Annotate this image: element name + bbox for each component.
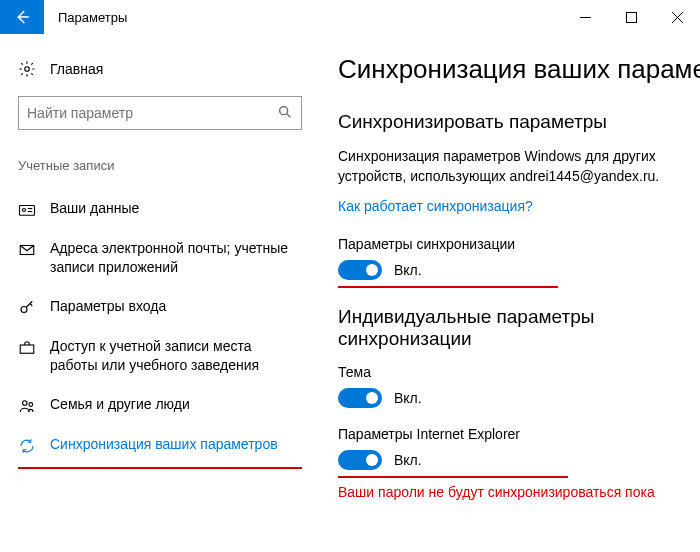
mail-icon <box>18 241 36 259</box>
sidebar-item-sync-settings[interactable]: Синхронизация ваших параметров <box>18 425 302 465</box>
svg-point-15 <box>29 402 33 406</box>
home-nav[interactable]: Главная <box>18 54 302 96</box>
svg-rect-7 <box>20 206 35 216</box>
people-icon <box>18 397 36 415</box>
svg-line-6 <box>287 114 290 117</box>
svg-point-12 <box>21 306 27 312</box>
minimize-icon <box>580 12 591 23</box>
highlight-underline <box>338 476 568 478</box>
password-sync-warning: Ваши пароли не будут синхронизироваться … <box>338 484 700 500</box>
nav-label: Доступ к учетной записи места работы или… <box>50 337 302 375</box>
close-icon <box>672 12 683 23</box>
sidebar-item-family[interactable]: Семья и другие люди <box>18 385 302 425</box>
svg-point-5 <box>280 106 288 114</box>
search-input[interactable] <box>27 105 277 121</box>
ie-settings-toggle[interactable] <box>338 450 382 470</box>
nav-label: Синхронизация ваших параметров <box>50 435 278 454</box>
sync-icon <box>18 437 36 455</box>
svg-point-8 <box>23 209 26 212</box>
sidebar-item-work-access[interactable]: Доступ к учетной записи места работы или… <box>18 327 302 385</box>
sidebar-section-label: Учетные записи <box>18 158 302 173</box>
toggle-state-text: Вкл. <box>394 452 422 468</box>
svg-point-4 <box>25 67 30 72</box>
toggle-state-text: Вкл. <box>394 390 422 406</box>
maximize-button[interactable] <box>608 0 654 34</box>
arrow-left-icon <box>13 8 31 26</box>
id-card-icon <box>18 201 36 219</box>
sidebar-item-signin-options[interactable]: Параметры входа <box>18 287 302 327</box>
svg-rect-13 <box>20 345 34 353</box>
section-title-individual: Индивидуальные параметры синхронизации <box>338 306 700 350</box>
maximize-icon <box>626 12 637 23</box>
theme-toggle[interactable] <box>338 388 382 408</box>
content-pane: Синхронизация ваших параме Синхронизиров… <box>320 34 700 552</box>
briefcase-icon <box>18 339 36 357</box>
nav-label: Адреса электронной почты; учетные записи… <box>50 239 302 277</box>
search-icon <box>277 104 293 123</box>
gear-icon <box>18 60 36 78</box>
section-title-sync: Синхронизировать параметры <box>338 111 700 133</box>
titlebar: Параметры <box>0 0 700 34</box>
minimize-button[interactable] <box>562 0 608 34</box>
window-title: Параметры <box>44 0 127 34</box>
page-title: Синхронизация ваших параме <box>338 54 700 85</box>
nav-label: Семья и другие люди <box>50 395 190 414</box>
svg-point-14 <box>23 400 28 405</box>
nav-label: Ваши данные <box>50 199 139 218</box>
toggle-state-text: Вкл. <box>394 262 422 278</box>
back-button[interactable] <box>0 0 44 34</box>
window-controls <box>562 0 700 34</box>
sidebar-item-your-info[interactable]: Ваши данные <box>18 189 302 229</box>
sidebar: Главная Учетные записи Ваши данные Адрес… <box>0 34 320 552</box>
nav-label: Параметры входа <box>50 297 166 316</box>
sync-settings-label: Параметры синхронизации <box>338 236 700 252</box>
sync-settings-toggle[interactable] <box>338 260 382 280</box>
home-label: Главная <box>50 61 103 77</box>
search-box[interactable] <box>18 96 302 130</box>
sidebar-item-email-accounts[interactable]: Адреса электронной почты; учетные записи… <box>18 229 302 287</box>
highlight-underline <box>18 467 302 469</box>
theme-label: Тема <box>338 364 700 380</box>
how-sync-works-link[interactable]: Как работает синхронизация? <box>338 198 533 214</box>
ie-settings-label: Параметры Internet Explorer <box>338 426 700 442</box>
sync-description: Синхронизация параметров Windows для дру… <box>338 147 698 186</box>
close-button[interactable] <box>654 0 700 34</box>
key-icon <box>18 299 36 317</box>
svg-rect-1 <box>626 12 636 22</box>
highlight-underline <box>338 286 558 288</box>
